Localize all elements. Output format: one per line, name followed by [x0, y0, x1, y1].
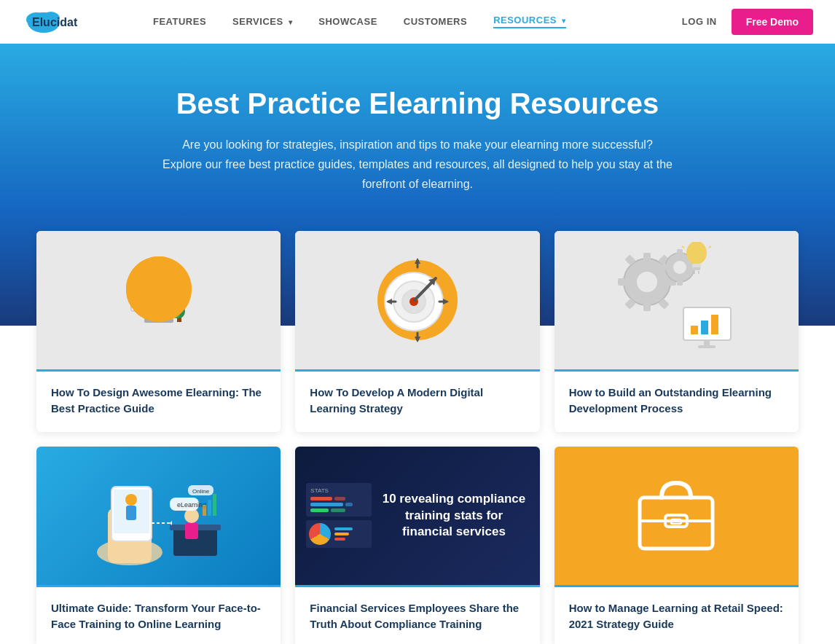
- svg-rect-76: [208, 500, 211, 516]
- svg-rect-77: [213, 494, 216, 516]
- svg-text:Elucidat: Elucidat: [32, 16, 78, 28]
- svg-line-52: [682, 246, 684, 248]
- card-compliance-training[interactable]: STATS: [295, 447, 539, 644]
- svg-line-51: [709, 246, 711, 248]
- transform-svg: eLearning Online: [86, 458, 232, 574]
- svg-rect-75: [203, 505, 206, 516]
- svg-text:Online: Online: [192, 488, 210, 495]
- gears-svg: [611, 242, 742, 358]
- svg-rect-64: [126, 506, 136, 520]
- cards-grid: How To Design Awesome Elearning: The Bes…: [36, 231, 799, 644]
- toolbox-svg: [629, 476, 724, 556]
- nav-services[interactable]: SERVICES ▾: [232, 16, 292, 27]
- svg-rect-58: [698, 345, 716, 348]
- card-transform-training[interactable]: eLearning Online Ultimate Guide: Transfo…: [36, 447, 281, 644]
- free-demo-button[interactable]: Free Demo: [732, 9, 813, 35]
- hero-title: Best Practice Elearning Resources: [22, 87, 813, 120]
- svg-point-45: [686, 242, 707, 264]
- svg-text:eLearning: eLearning: [177, 501, 206, 508]
- cards-section: How To Design Awesome Elearning: The Bes…: [0, 231, 835, 644]
- card-body-6: How to Manage Learning at Retail Speed: …: [554, 585, 799, 644]
- card-title-1: How To Design Awesome Elearning: The Bes…: [51, 385, 266, 417]
- nav-right: LOG IN Free Demo: [682, 9, 813, 35]
- hero-description: Are you looking for strategies, inspirat…: [162, 135, 673, 195]
- card-image-3: [554, 231, 799, 369]
- services-arrow: ▾: [289, 18, 293, 26]
- svg-point-30: [637, 272, 657, 292]
- card-body-5: Financial Services Employees Share the T…: [295, 585, 539, 644]
- nav-features[interactable]: FEATURES: [153, 16, 206, 27]
- compliance-card-title: 10 revealing compliance training stats f…: [379, 491, 528, 539]
- card-image-4: eLearning Online: [36, 447, 281, 585]
- svg-rect-47: [693, 267, 700, 270]
- resources-arrow: ▾: [562, 17, 566, 25]
- svg-rect-54: [691, 326, 698, 334]
- card-body-4: Ultimate Guide: Transform Your Face-to-F…: [36, 585, 281, 644]
- target-svg: [359, 242, 476, 358]
- card-title-4: Ultimate Guide: Transform Your Face-to-F…: [51, 600, 266, 633]
- card-digital-learning[interactable]: How To Develop A Modern Digital Learning…: [295, 231, 539, 432]
- card-image-5: STATS: [295, 447, 539, 585]
- card-body-2: How To Develop A Modern Digital Learning…: [295, 369, 539, 432]
- card-elearning-process[interactable]: How to Build an Outstanding Elearning De…: [554, 231, 799, 432]
- card-body-1: How To Design Awesome Elearning: The Bes…: [36, 369, 281, 432]
- login-link[interactable]: LOG IN: [682, 16, 717, 27]
- card-design-awesome[interactable]: How To Design Awesome Elearning: The Bes…: [36, 231, 281, 432]
- card-image-6: [554, 447, 799, 585]
- logo[interactable]: Elucidat: [22, 7, 109, 37]
- card-image-2: [295, 231, 539, 369]
- nav-resources[interactable]: RESOURCES ▾: [493, 15, 565, 28]
- svg-rect-32: [643, 302, 651, 311]
- svg-rect-31: [643, 253, 651, 262]
- card-title-5: Financial Services Employees Share the T…: [310, 600, 525, 633]
- svg-rect-57: [704, 340, 710, 345]
- card-retail-speed[interactable]: How to Manage Learning at Retail Speed: …: [554, 447, 799, 644]
- card-title-3: How to Build an Outstanding Elearning De…: [569, 385, 784, 417]
- svg-rect-56: [711, 315, 718, 334]
- svg-point-40: [673, 261, 686, 274]
- svg-rect-44: [662, 264, 668, 270]
- svg-rect-34: [618, 278, 627, 286]
- nav-customers[interactable]: CUSTOMERS: [404, 16, 467, 27]
- nav-showcase[interactable]: SHOWCASE: [318, 16, 377, 27]
- svg-rect-41: [677, 249, 683, 256]
- svg-rect-42: [677, 279, 683, 286]
- card-title-6: How to Manage Learning at Retail Speed: …: [569, 600, 784, 633]
- navbar: Elucidat FEATURES SERVICES ▾ SHOWCASE CU…: [0, 0, 835, 44]
- nav-links: FEATURES SERVICES ▾ SHOWCASE CUSTOMERS R…: [153, 15, 682, 28]
- card-body-3: How to Build an Outstanding Elearning De…: [554, 369, 799, 432]
- svg-point-63: [125, 494, 137, 506]
- svg-rect-55: [701, 321, 708, 334]
- card-title-2: How To Develop A Modern Digital Learning…: [310, 385, 525, 417]
- card-image-1: [36, 231, 281, 369]
- svg-rect-68: [185, 523, 198, 539]
